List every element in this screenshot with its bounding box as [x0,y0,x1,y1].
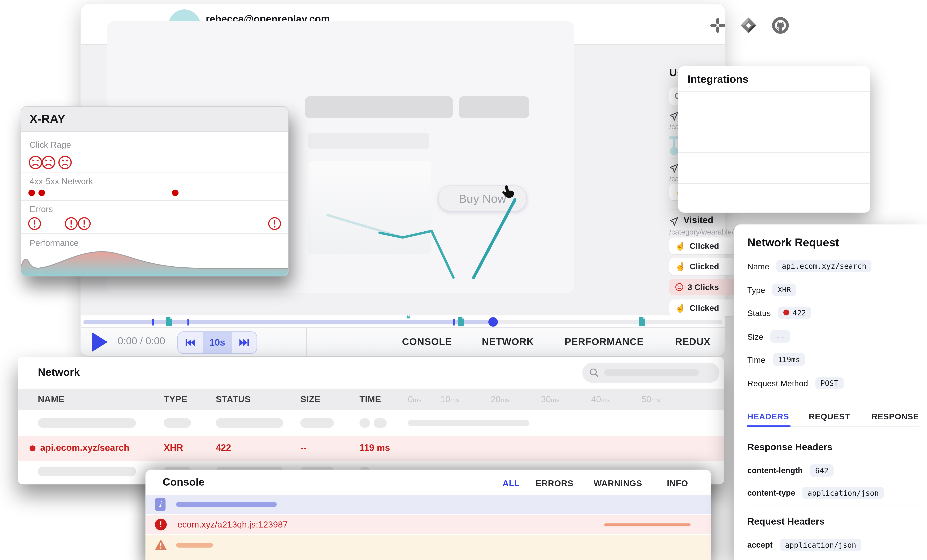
network-request-title: Network Request [747,236,839,249]
skip-forward-icon [239,338,249,347]
playhead[interactable] [488,317,498,327]
cell-type: XHR [164,442,183,453]
skip-forward-button[interactable] [232,332,257,353]
nr-tab-headers[interactable]: HEADERS [747,412,789,421]
console-row-warning[interactable] [146,535,711,560]
tab-redux[interactable]: REDUX [675,336,711,348]
timeline-page-marker[interactable] [457,317,464,326]
navigate-icon [669,164,679,173]
tab-performance[interactable]: PERFORMANCE [565,336,644,348]
nr-field-name: Name api.ecom.xyz/search [747,260,872,272]
tab-console[interactable]: CONSOLE [402,336,452,348]
log-skeleton [176,543,213,548]
header-value: 642 [810,464,834,477]
skip-back-icon [185,338,196,347]
event-label: Clicked [690,241,719,250]
error-marker-icon[interactable] [78,217,91,230]
waterfall-bar-skeleton [408,420,529,426]
nr-tab-response[interactable]: RESPONSE [871,412,919,421]
cell-status: 422 [216,442,231,453]
console-row-error[interactable]: ! ecom.xyz/a213qh.js:123987 [146,515,711,534]
event-label: Clicked [690,262,719,271]
timeline-event-tick[interactable] [152,319,154,325]
status-dot [783,310,789,316]
nr-field-value: api.ecom.xyz/search [777,260,872,272]
integrations-panel: Integrations UnhandledRejection: Non-Err… [678,66,870,213]
navigate-icon [669,112,679,121]
skeleton-cell [38,418,136,428]
network-error-dot[interactable] [28,190,35,196]
timeline-event-tick[interactable] [187,319,189,325]
network-row-skeleton[interactable] [18,410,724,436]
response-header-row: content-length 642 [747,464,834,477]
cell-time: 119 ms [359,442,390,453]
network-table-panel: Network NAME TYPE STATUS SIZE TIME 0ms 1… [18,357,724,484]
pointer-icon: ☝ [675,303,685,313]
tab-network[interactable]: NETWORK [482,336,534,348]
nr-tab-request[interactable]: REQUEST [809,412,850,421]
play-button[interactable] [92,332,108,352]
network-title: Network [38,366,80,379]
timeline[interactable]: ❝ [81,316,725,327]
page-skeleton-bar [459,96,529,118]
console-title: Console [163,476,204,489]
nr-field-value: POST [815,377,843,389]
slack-icon [709,17,727,34]
col-size: SIZE [300,389,321,410]
log-skeleton [176,502,277,507]
timeline-track-played[interactable] [84,320,493,325]
network-error-dot[interactable] [172,190,179,196]
nr-active-tab-underline [747,425,790,427]
error-marker-icon[interactable] [28,217,41,230]
timeline-page-marker[interactable] [166,317,172,326]
scale-30ms: 30ms [541,389,559,410]
skip-back-button[interactable] [178,332,203,353]
network-request-panel: Network Request [734,225,927,560]
rage-click-icon[interactable] [58,155,72,170]
console-tab-all[interactable]: ALL [503,478,520,488]
page-skeleton-panel [308,161,431,254]
nr-field-size: Size -- [747,330,790,343]
error-icon: ! [155,519,167,530]
cell-size: -- [300,442,306,453]
search-skeleton [604,369,699,376]
integrations-divider [678,91,870,92]
timing-drop [673,137,675,148]
console-tab-errors[interactable]: ERRORS [536,478,573,488]
timing-dot [670,147,678,155]
error-marker-icon[interactable] [64,217,78,230]
rage-click-icon[interactable] [28,155,43,170]
network-search[interactable] [582,363,719,383]
angry-face-icon [675,283,683,291]
col-type: TYPE [164,389,187,410]
timeline-quote-marker[interactable]: ❝ [406,314,410,323]
page-skeleton-bar [305,96,453,118]
console-row-info[interactable]: i [146,495,711,514]
timeline-event-tick[interactable] [453,319,454,325]
timeline-track-rest[interactable] [493,320,723,325]
integrations-title: Integrations [688,73,748,86]
pointer-icon: ☝ [675,262,685,271]
skip-amount-label[interactable]: 10s [203,332,232,353]
console-tab-info[interactable]: INFO [667,478,688,488]
xray-header: X-RAY [21,107,288,132]
response-header-row: content-type application/json [747,487,884,499]
xray-divider [21,172,288,173]
nr-field-value: 422 [778,307,812,319]
response-headers-title: Response Headers [747,442,833,452]
console-tab-warnings[interactable]: WARNINGS [594,478,642,488]
error-dot [30,445,35,451]
marketing-composition: rebecca@openreplay.com [0,0,927,560]
error-marker-icon[interactable] [268,217,281,230]
skeleton-cell [164,418,191,428]
timeline-page-marker[interactable] [638,317,645,326]
time-display: 0:00 / 0:00 [118,335,165,347]
navigate-icon [669,217,679,226]
network-row-failed[interactable]: api.ecom.xyz/search XHR 422 -- 119 ms [18,436,724,461]
page-skeleton-bar [308,133,429,149]
rage-click-icon[interactable] [41,155,56,170]
network-error-dot[interactable] [38,190,45,196]
xray-section-label: Click Rage [30,140,71,149]
event-label: Clicked [690,303,719,313]
nr-section-divider [747,506,919,506]
